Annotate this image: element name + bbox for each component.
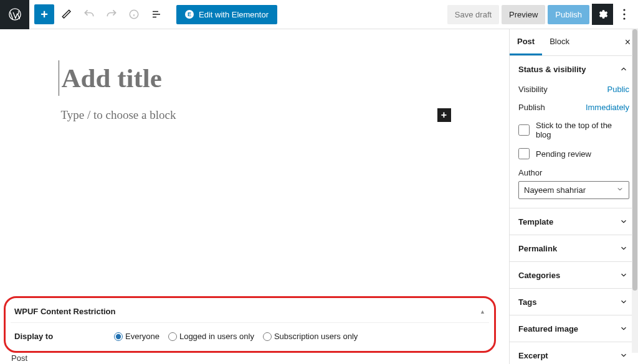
radio-logged-in[interactable]: Logged in users only	[168, 332, 254, 341]
radio-everyone[interactable]: Everyone	[114, 332, 160, 341]
panel-excerpt-title: Excerpt	[518, 351, 548, 360]
author-label: Author	[518, 168, 629, 177]
panel-categories: Categories	[510, 262, 638, 289]
stick-top-row[interactable]: Stick to the top of the blog	[518, 121, 629, 139]
wpuf-content-restriction-metabox: WPUF Content Restriction ▲ Display to Ev…	[4, 296, 496, 353]
chevron-down-icon	[618, 243, 629, 254]
chevron-up-icon	[618, 63, 629, 75]
settings-sidebar: Post Block × Status & visibility Visibil…	[509, 29, 638, 364]
radio-everyone-label: Everyone	[125, 332, 160, 341]
panel-categories-head[interactable]: Categories	[510, 262, 638, 288]
footer-post-label: Post	[11, 353, 27, 363]
panel-permalink-head[interactable]: Permalink	[510, 235, 638, 261]
sidebar-tabs: Post Block ×	[510, 29, 638, 56]
panel-permalink-title: Permalink	[518, 244, 557, 253]
radio-subscription-input[interactable]	[263, 332, 272, 341]
chevron-down-icon	[618, 323, 629, 334]
tab-post[interactable]: Post	[510, 29, 542, 55]
visibility-label: Visibility	[518, 85, 548, 94]
radio-logged-in-label: Logged in users only	[179, 332, 254, 341]
stick-top-label: Stick to the top of the blog	[536, 121, 629, 139]
panel-status-head[interactable]: Status & visibility	[510, 56, 638, 82]
panel-status-title: Status & visibility	[518, 65, 586, 74]
block-placeholder-text: Type / to choose a block	[61, 108, 176, 122]
metabox-header[interactable]: WPUF Content Restriction ▲	[11, 304, 489, 323]
panel-excerpt: Excerpt	[510, 342, 638, 364]
chevron-down-icon	[618, 269, 629, 281]
radio-everyone-input[interactable]	[114, 332, 123, 341]
chevron-down-icon	[618, 216, 629, 227]
pending-review-checkbox[interactable]	[518, 148, 530, 159]
toolbar-left: + E Edit with Elementor	[34, 4, 277, 24]
display-to-label: Display to	[14, 332, 108, 341]
publish-value[interactable]: Immediately	[586, 103, 629, 112]
post-title-input[interactable]	[59, 60, 451, 96]
scrollbar-thumb[interactable]	[632, 29, 637, 291]
editor-wrap: Type / to choose a block + G	[59, 60, 451, 122]
panel-featured-head[interactable]: Featured image	[510, 315, 638, 342]
panel-featured-image: Featured image	[510, 315, 638, 342]
wordpress-logo[interactable]	[0, 0, 29, 29]
svg-point-3	[623, 13, 625, 15]
visibility-row: Visibility Public	[518, 85, 629, 94]
elementor-label: Edit with Elementor	[199, 10, 269, 19]
metabox-title: WPUF Content Restriction	[14, 307, 116, 316]
panel-tags-title: Tags	[518, 297, 536, 307]
redo-button	[102, 4, 121, 24]
chevron-down-icon	[618, 296, 629, 307]
svg-point-4	[623, 17, 625, 19]
panel-categories-title: Categories	[518, 271, 560, 280]
save-draft-button[interactable]: Save draft	[447, 5, 499, 24]
publish-button[interactable]: Publish	[548, 5, 589, 24]
more-options-button[interactable]	[616, 4, 633, 25]
chevron-down-icon	[616, 185, 624, 195]
top-toolbar: + E Edit with Elementor Save draft Previ…	[0, 0, 638, 29]
editor-canvas: Type / to choose a block + G WPUF Conten…	[0, 29, 509, 364]
panel-status-body: Visibility Public Publish Immediately St…	[510, 82, 638, 208]
toolbar-right: Save draft Preview Publish	[447, 4, 633, 25]
elementor-icon: E	[185, 10, 194, 19]
outline-button[interactable]	[146, 4, 166, 24]
publish-row: Publish Immediately	[518, 103, 629, 112]
panel-template-head[interactable]: Template	[510, 208, 638, 235]
pending-review-label: Pending review	[536, 149, 591, 159]
publish-label: Publish	[518, 103, 545, 112]
panel-template-title: Template	[518, 217, 553, 226]
author-value: Nayeem shahriar	[524, 185, 586, 195]
metabox-collapse-icon: ▲	[480, 309, 485, 315]
edit-mode-button[interactable]	[57, 4, 77, 24]
radio-logged-in-input[interactable]	[168, 332, 177, 341]
radio-subscription[interactable]: Subscription users only	[263, 332, 358, 341]
panel-permalink: Permalink	[510, 235, 638, 262]
panel-status-visibility: Status & visibility Visibility Public Pu…	[510, 56, 638, 208]
settings-button[interactable]	[592, 4, 613, 25]
stick-top-checkbox[interactable]	[518, 124, 530, 136]
author-select[interactable]: Nayeem shahriar	[518, 181, 629, 199]
panel-template: Template	[510, 208, 638, 235]
panel-tags: Tags	[510, 289, 638, 315]
pending-review-row[interactable]: Pending review	[518, 148, 629, 159]
scrollbar-track[interactable]	[632, 29, 638, 353]
panel-tags-head[interactable]: Tags	[510, 289, 638, 315]
metabox-display-to-row: Display to Everyone Logged in users only…	[11, 323, 489, 341]
undo-button	[79, 4, 99, 24]
add-block-inline-button[interactable]: +	[437, 108, 451, 122]
radio-subscription-label: Subscription users only	[274, 332, 358, 341]
tab-block[interactable]: Block	[542, 29, 577, 55]
visibility-value[interactable]: Public	[607, 85, 629, 94]
panel-featured-title: Featured image	[518, 324, 578, 334]
preview-button[interactable]: Preview	[502, 5, 545, 24]
main-area: Type / to choose a block + G WPUF Conten…	[0, 29, 638, 364]
add-block-button[interactable]: +	[34, 4, 54, 24]
elementor-button[interactable]: E Edit with Elementor	[176, 5, 277, 24]
info-button	[124, 4, 144, 24]
block-placeholder[interactable]: Type / to choose a block +	[59, 108, 451, 122]
panel-excerpt-head[interactable]: Excerpt	[510, 342, 638, 364]
svg-point-2	[623, 9, 625, 11]
chevron-down-icon	[618, 350, 629, 361]
